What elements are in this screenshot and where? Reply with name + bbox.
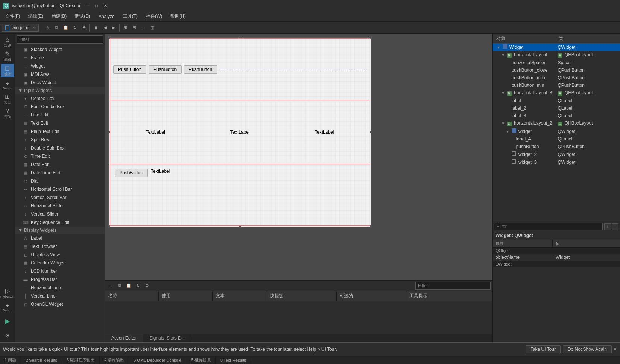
prop-minus-btn[interactable]: - — [612, 223, 618, 230]
bt-settings3[interactable]: ⚙ — [143, 282, 151, 290]
prop-add-btn[interactable]: + — [604, 223, 611, 230]
tb-grid2[interactable]: ⊟ — [130, 24, 138, 32]
sidebar-projects[interactable]: ⊞ 项目 — [1, 92, 14, 106]
tree-row-widget2[interactable]: widget_2 QWidget — [493, 150, 620, 158]
tb-refresh[interactable]: ↻ — [71, 24, 79, 32]
bt-paste2[interactable]: 📋 — [125, 282, 133, 290]
tree-row-widget[interactable]: ▼ Widget QWidget — [493, 43, 620, 51]
notif-close-icon[interactable]: ✕ — [613, 347, 617, 352]
tb-pointer[interactable]: ↖ — [44, 24, 52, 32]
tb-paste[interactable]: 📋 — [62, 24, 70, 32]
sidebar-mybutton[interactable]: ▷ mybutton — [1, 286, 14, 299]
widget-item-graphicsview[interactable]: ◻ Graphics View — [15, 251, 105, 259]
tree-row-pb-max[interactable]: pushButton_max QPushButton — [493, 74, 620, 82]
menu-analyze[interactable]: Analyze — [95, 12, 118, 21]
widget-item-timeedit[interactable]: ⊙ Time Edit — [15, 152, 105, 160]
category-input[interactable]: ▼ Input Widgets — [15, 87, 105, 94]
widget-item-label[interactable]: A Label — [15, 234, 105, 242]
tree-row-hlayout[interactable]: ▼ ⊞ horizontalLayout ⊞ QHBoxLayout — [493, 51, 620, 59]
tb-copy[interactable]: ⧉ — [53, 24, 61, 32]
strip-tab-issues[interactable]: 1 问题 — [0, 356, 21, 364]
sidebar-debug2[interactable]: ⬥ Debug — [1, 300, 14, 314]
take-tour-button[interactable]: Take UI Tour — [526, 345, 561, 353]
tree-row-label4[interactable]: label_4 QLabel — [493, 135, 620, 143]
widget-item-doublespinbox[interactable]: ↕ Double Spin Box — [15, 144, 105, 152]
design-canvas[interactable]: PushButton PushButton PushButton TextLab… — [108, 37, 371, 227]
widget-filter-input[interactable] — [17, 35, 103, 44]
canvas-pushbutton-2[interactable]: PushButton — [149, 65, 182, 74]
file-tab[interactable]: widget.ui ✕ — [2, 24, 39, 32]
strip-tab-compile[interactable]: 4 编译输出 — [100, 356, 129, 364]
menu-tools[interactable]: 工具(T) — [119, 12, 141, 21]
menu-widget[interactable]: 控件(W) — [142, 12, 166, 21]
widget-item-vscrollbar[interactable]: ↕ Vertical Scroll Bar — [15, 193, 105, 202]
sidebar-run[interactable]: ▶ — [1, 314, 14, 328]
prop-filter-input[interactable] — [494, 223, 603, 230]
widget-item-calendar[interactable]: ▦ Calendar Widget — [15, 259, 105, 267]
bt-copy2[interactable]: ⧉ — [116, 282, 124, 290]
sidebar-build[interactable]: ⚙ — [1, 329, 14, 342]
sidebar-welcome[interactable]: ⌂ 欢迎 — [1, 35, 14, 49]
sidebar-edit[interactable]: ✎ 编辑 — [1, 50, 14, 63]
canvas-section-1[interactable]: PushButton PushButton PushButton — [110, 38, 370, 100]
close-tab-icon[interactable]: ✕ — [32, 26, 35, 30]
close-button[interactable]: ✕ — [102, 2, 109, 9]
widget-item-opengl[interactable]: ◻ OpenGL Widget — [15, 300, 105, 308]
maximize-button[interactable]: □ — [92, 2, 100, 9]
menu-edit[interactable]: 编辑(E) — [24, 12, 47, 21]
strip-tab-qml[interactable]: 5 QML Debugger Console — [129, 357, 186, 363]
widget-item-textbrowser[interactable]: ▤ Text Browser — [15, 242, 105, 251]
widget-item-hslider[interactable]: ↔ Horizontal Slider — [15, 202, 105, 210]
bottom-filter-input[interactable] — [415, 282, 491, 290]
widget-item-frame[interactable]: ▭ Frame — [15, 54, 105, 62]
widget-item-vslider[interactable]: ↕ Vertical Slider — [15, 210, 105, 218]
tab-signals-slots[interactable]: Signals .Slots E··· — [143, 334, 191, 342]
menu-help[interactable]: 帮助(H) — [167, 12, 189, 21]
tab-action-editor[interactable]: Action Editor — [105, 334, 143, 342]
widget-item-vline[interactable]: │ Vertical Line — [15, 292, 105, 300]
tree-row-pushbutton[interactable]: pushButton QPushButton — [493, 143, 620, 150]
tb-zoom[interactable]: ⊕ — [80, 24, 88, 32]
menu-debug[interactable]: 调试(D) — [71, 12, 94, 21]
tree-row-spacer[interactable]: horizontalSpacer Spacer — [493, 59, 620, 66]
tree-row-pb-min[interactable]: pushButton_min QPushButton — [493, 82, 620, 89]
sidebar-design[interactable]: ◻ 设计 — [1, 64, 14, 77]
bt-refresh2[interactable]: ↻ — [134, 282, 142, 290]
strip-tab-appout[interactable]: 3 应用程序输出 — [62, 356, 100, 364]
widget-item-mdi[interactable]: ▣ MDI Area — [15, 70, 105, 79]
widget-item-dock[interactable]: ▣ Dock Widget — [15, 79, 105, 87]
tree-row-label[interactable]: label QLabel — [493, 97, 620, 104]
widget-item-stacked[interactable]: ▣ Stacked Widget — [15, 45, 105, 54]
menu-file[interactable]: 文件(F) — [2, 12, 24, 21]
widget-item-spinbox[interactable]: ↕ Spin Box — [15, 136, 105, 144]
widget-item-dial[interactable]: ◎ Dial — [15, 177, 105, 185]
widget-item-widget[interactable]: ▭ Widget — [15, 62, 105, 70]
tree-row-hlayout3[interactable]: ▼ ⊞ horizontalLayout_3 ⊞ QHBoxLayout — [493, 89, 620, 97]
tb-grid[interactable]: ⊞ — [121, 24, 129, 32]
tree-row-pb-close[interactable]: pushButton_close QPushButton — [493, 66, 620, 74]
widget-item-fontcombo[interactable]: F Font Combo Box — [15, 103, 105, 111]
tree-row-widget3[interactable]: widget_3 QWidget — [493, 158, 620, 166]
canvas-area[interactable]: PushButton PushButton PushButton TextLab… — [105, 34, 492, 280]
widget-item-hline[interactable]: ─ Horizontal Line — [15, 284, 105, 292]
tree-row-label3[interactable]: label_3 QLabel — [493, 112, 620, 119]
tb-prev[interactable]: |◀ — [100, 24, 109, 32]
tree-row-widget-child[interactable]: ▼ widget QWidget — [493, 127, 620, 135]
widget-item-lineedit[interactable]: ▭ Line Edit — [15, 111, 105, 119]
widget-item-keyseq[interactable]: ⌨ Key Sequence Edit — [15, 218, 105, 227]
prop-value-objectname[interactable]: Widget — [553, 254, 620, 261]
tb-settings2[interactable]: ◫ — [148, 24, 156, 32]
tree-row-label2[interactable]: label_2 QLabel — [493, 104, 620, 112]
tb-pause[interactable]: ⏸ — [91, 24, 100, 32]
canvas-pushbutton-4[interactable]: PushButton — [115, 169, 148, 177]
widget-item-textedit[interactable]: ▤ Text Edit — [15, 119, 105, 127]
widget-item-progressbar[interactable]: ▬ Progress Bar — [15, 275, 105, 284]
canvas-pushbutton-1[interactable]: PushButton — [113, 65, 146, 74]
tree-row-hlayout2[interactable]: ▼ ⊞ horizontalLayout_2 ⊞ QHBoxLayout — [493, 119, 620, 127]
do-not-show-button[interactable]: Do Not Show Again — [563, 345, 612, 353]
canvas-section-3[interactable]: PushButton TextLabel — [110, 164, 370, 226]
tb-next[interactable]: ▶| — [109, 24, 118, 32]
strip-tab-summary[interactable]: 6 概要信息 — [186, 356, 216, 364]
widget-item-datetimeedit[interactable]: ▦ Date/Time Edit — [15, 169, 105, 177]
strip-tab-search[interactable]: 2 Search Results — [21, 357, 62, 363]
